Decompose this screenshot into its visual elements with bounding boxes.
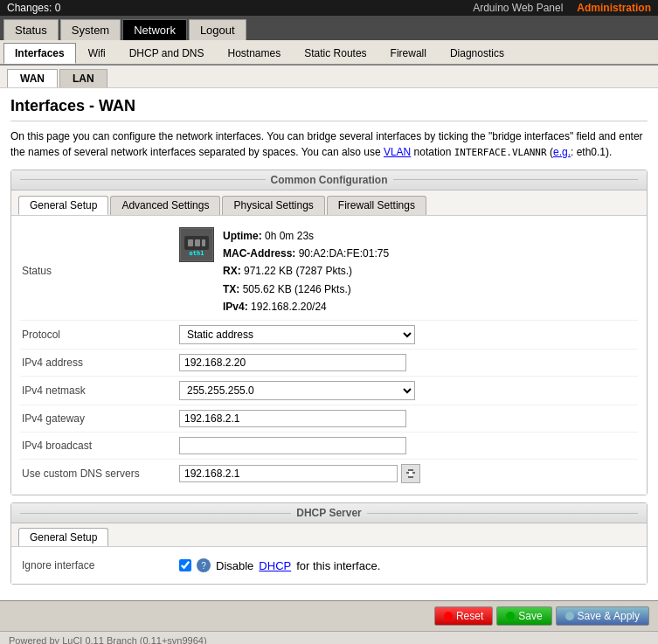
notation-code: INTERFACE.VLANNR — [454, 147, 547, 158]
protocol-label: Protocol — [22, 329, 179, 341]
config-tab-advanced[interactable]: Advanced Settings — [110, 196, 220, 215]
dns-servers-row: Use custom DNS servers — [20, 460, 638, 488]
status-label: Status — [22, 265, 179, 277]
example-value: : eth0.1 — [571, 146, 606, 158]
save-apply-button[interactable]: Save & Apply — [556, 606, 649, 626]
protocol-control: Static address DHCP client PPPoE None — [179, 325, 636, 344]
ignore-suffix: for this interface. — [296, 559, 380, 572]
footer: Powered by LuCI 0.11 Branch (0.11+svn996… — [0, 631, 658, 644]
sub-nav: Interfaces Wifi DHCP and DNS Hostnames S… — [0, 40, 658, 66]
common-config-section: Common Configuration General Setup Advan… — [10, 170, 648, 496]
desc-text-2: notation — [411, 146, 454, 158]
config-tabs: General Setup Advanced Settings Physical… — [11, 190, 647, 216]
ipv4-netmask-control: 255.255.255.0 255.255.0.0 255.0.0.0 — [179, 381, 636, 400]
save-apply-label: Save & Apply — [578, 610, 640, 622]
panel-label: Arduino Web Panel — [473, 2, 563, 14]
desc-text-4: ). — [606, 146, 612, 158]
ipv4-broadcast-control — [179, 437, 636, 454]
ignore-text: Disable — [216, 559, 253, 572]
ignore-checkbox-row: ? Disable DHCP for this interface. — [179, 558, 636, 572]
ipv4-broadcast-label: IPv4 broadcast — [22, 440, 179, 452]
save-label: Save — [518, 610, 542, 622]
save-button[interactable]: Save — [496, 606, 551, 626]
ipv4-address-control — [179, 354, 636, 371]
content-area: Interfaces - WAN On this page you can co… — [0, 88, 658, 600]
dhcp-section: DHCP Server General Setup Ignore interfa… — [10, 502, 648, 585]
status-row: Status eth1 Uptime: 0h 0m 23s — [20, 223, 638, 322]
info-icon[interactable]: ? — [197, 558, 211, 572]
config-tab-physical[interactable]: Physical Settings — [222, 196, 324, 215]
ipv4-netmask-row: IPv4 netmask 255.255.255.0 255.255.0.0 2… — [20, 377, 638, 405]
wan-tab[interactable]: WAN — [7, 69, 58, 87]
ipv4-address-input[interactable] — [179, 354, 406, 371]
ipv4-gateway-label: IPv4 gateway — [22, 412, 179, 425]
reset-label: Reset — [456, 610, 483, 622]
status-content: eth1 Uptime: 0h 0m 23s MAC-Address: 90:A… — [179, 227, 636, 316]
protocol-select[interactable]: Static address DHCP client PPPoE None — [179, 325, 415, 344]
vlan-link[interactable]: VLAN — [384, 146, 411, 158]
config-tab-general[interactable]: General Setup — [18, 196, 108, 215]
ignore-interface-label: Ignore interface — [22, 559, 179, 571]
top-bar: Changes: 0 Arduino Web Panel Administrat… — [0, 0, 658, 16]
sub-tab-interfaces[interactable]: Interfaces — [3, 43, 76, 64]
svg-rect-2 — [188, 239, 193, 246]
desc-text-3: ( — [547, 146, 553, 158]
dns-input-group — [179, 464, 636, 483]
ipv4-gateway-input[interactable] — [179, 410, 406, 427]
ignore-interface-control: ? Disable DHCP for this interface. — [179, 558, 636, 572]
footer-text: Powered by LuCI 0.11 Branch (0.11+svn996… — [9, 635, 207, 644]
dhcp-section-title: DHCP Server — [11, 503, 647, 523]
protocol-row: Protocol Static address DHCP client PPPo… — [20, 321, 638, 350]
example-link[interactable]: e.g. — [553, 146, 571, 158]
eth-icon: eth1 — [179, 227, 214, 262]
sub-tab-firewall[interactable]: Firewall — [379, 43, 438, 64]
dhcp-tab-row: General Setup — [11, 523, 647, 547]
ignore-interface-row: Ignore interface ? Disable DHCP for this… — [20, 554, 638, 577]
nav-tab-system[interactable]: System — [60, 19, 121, 40]
page-title: Interfaces - WAN — [10, 97, 648, 121]
ipv4-netmask-select[interactable]: 255.255.255.0 255.255.0.0 255.0.0.0 — [179, 381, 415, 400]
reset-button[interactable]: Reset — [434, 606, 493, 626]
lan-tab[interactable]: LAN — [59, 69, 107, 87]
form-body: Status eth1 Uptime: 0h 0m 23s — [11, 216, 647, 495]
description: On this page you can configure the netwo… — [10, 128, 648, 161]
ipv4-broadcast-input[interactable] — [179, 437, 406, 454]
sub-tab-wifi[interactable]: Wifi — [77, 43, 117, 64]
dhcp-tab-general[interactable]: General Setup — [18, 528, 108, 546]
ipv4-broadcast-row: IPv4 broadcast — [20, 433, 638, 460]
sub-tab-hostnames[interactable]: Hostnames — [217, 43, 293, 64]
nav-tab-network[interactable]: Network — [122, 19, 187, 40]
status-info: Uptime: 0h 0m 23s MAC-Address: 90:A2:DA:… — [223, 227, 389, 316]
wan-lan-tabs: WAN LAN — [0, 66, 658, 88]
dns-servers-control — [179, 464, 636, 483]
ipv4-netmask-label: IPv4 netmask — [22, 384, 179, 397]
dhcp-form-body: Ignore interface ? Disable DHCP for this… — [11, 547, 647, 584]
config-tab-firewall[interactable]: Firewall Settings — [327, 196, 426, 215]
svg-rect-4 — [202, 239, 205, 246]
sub-tab-dhcp-dns[interactable]: DHCP and DNS — [118, 43, 216, 64]
ipv4-address-row: IPv4 address — [20, 350, 638, 377]
svg-rect-8 — [408, 469, 413, 471]
ignore-checkbox[interactable] — [179, 559, 191, 571]
save-icon — [506, 612, 515, 620]
dns-servers-input[interactable] — [179, 465, 398, 482]
reset-icon — [444, 612, 453, 620]
nav-tab-logout[interactable]: Logout — [189, 19, 246, 40]
svg-rect-9 — [408, 476, 413, 478]
changes-label: Changes: 0 — [7, 2, 60, 14]
nav-tab-status[interactable]: Status — [3, 19, 59, 40]
apply-icon — [565, 612, 574, 620]
main-nav: Status System Network Logout — [0, 16, 658, 40]
common-config-title: Common Configuration — [11, 170, 647, 190]
ipv4-gateway-row: IPv4 gateway — [20, 405, 638, 433]
ipv4-address-label: IPv4 address — [22, 357, 179, 369]
dns-add-button[interactable] — [401, 464, 420, 483]
ipv4-gateway-control — [179, 410, 636, 427]
sub-tab-static-routes[interactable]: Static Routes — [293, 43, 377, 64]
dhcp-link[interactable]: DHCP — [259, 559, 291, 572]
svg-rect-3 — [195, 239, 200, 246]
sub-tab-diagnostics[interactable]: Diagnostics — [439, 43, 516, 64]
dns-servers-label: Use custom DNS servers — [22, 467, 179, 480]
svg-text:eth1: eth1 — [190, 250, 204, 257]
admin-label[interactable]: Administration — [577, 2, 651, 14]
